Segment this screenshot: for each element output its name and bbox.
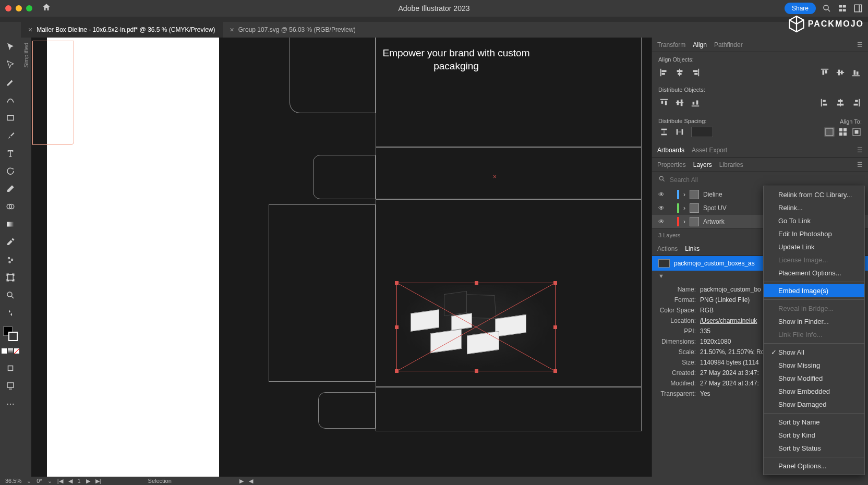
align-bottom-icon[interactable] (850, 67, 862, 78)
nav-arrow-icon[interactable]: ▶ (239, 478, 244, 484)
align-vcenter-icon[interactable] (835, 67, 846, 78)
handle-br[interactable] (553, 369, 557, 373)
handle-mr[interactable] (553, 325, 557, 329)
gradient-tool[interactable] (4, 218, 17, 231)
canvas[interactable]: Empower your brand with custompacakging … (31, 38, 652, 477)
distribute-hcenter-icon[interactable] (835, 97, 846, 108)
context-menu-item[interactable]: Sort by Status (764, 442, 864, 455)
align-left-icon[interactable] (658, 67, 670, 78)
eraser-tool[interactable] (4, 183, 17, 195)
document-tab-1[interactable]: × Group 107.svg @ 56.03 % (RGB/Preview) (223, 22, 363, 38)
type-tool[interactable] (4, 147, 17, 160)
tab-properties[interactable]: Properties (657, 161, 686, 168)
context-menu-item[interactable]: Update Link (764, 240, 864, 253)
context-menu-item[interactable]: Show in Finder... (764, 315, 864, 328)
align-to-artboard-icon[interactable] (824, 127, 835, 137)
visibility-icon[interactable]: 👁 (658, 204, 665, 212)
selection-tool[interactable] (4, 41, 17, 53)
tab-layers[interactable]: Layers (693, 161, 712, 168)
none-swatch[interactable] (14, 348, 19, 354)
context-menu-item[interactable]: Relink from CC Library... (764, 188, 864, 201)
layers-search-input[interactable] (670, 176, 862, 184)
visibility-icon[interactable]: 👁 (658, 191, 665, 198)
shape-builder-tool[interactable] (4, 200, 17, 213)
align-to-selection-icon[interactable] (838, 127, 848, 137)
simplified-panel-strip[interactable]: Simplified (21, 38, 31, 477)
tab-align[interactable]: Align (693, 41, 707, 48)
context-menu-item[interactable]: ✓Show All (764, 346, 864, 359)
close-tab-icon[interactable]: × (28, 26, 32, 34)
context-menu-item[interactable]: Show Damaged (764, 398, 864, 411)
handle-bc[interactable] (475, 369, 478, 373)
close-tab-icon[interactable]: × (230, 26, 234, 34)
paintbrush-tool[interactable] (4, 129, 17, 142)
context-menu-item[interactable]: Placement Options... (764, 266, 864, 280)
distribute-bottom-icon[interactable] (690, 97, 701, 108)
chevron-down-icon[interactable]: ⌄ (27, 478, 31, 484)
zoom-tool[interactable] (4, 289, 17, 301)
align-to-key-icon[interactable] (851, 127, 862, 137)
spacing-input[interactable] (691, 127, 713, 137)
nav-last-icon[interactable]: ▶| (95, 478, 101, 484)
distribute-vcenter-icon[interactable] (674, 97, 685, 108)
panel-menu-icon[interactable]: ☰ (857, 147, 863, 154)
expand-icon[interactable]: › (683, 204, 685, 212)
nav-prev-icon[interactable]: ◀ (68, 478, 73, 484)
tab-asset-export[interactable]: Asset Export (692, 147, 727, 154)
share-button[interactable]: Share (785, 3, 816, 14)
context-menu-item[interactable]: Sort by Kind (764, 429, 864, 442)
panel-menu-icon[interactable]: ☰ (857, 161, 863, 168)
symbol-sprayer-tool[interactable] (4, 253, 17, 266)
expand-icon[interactable]: › (683, 218, 685, 225)
search-icon[interactable] (822, 4, 831, 13)
fill-stroke-indicator[interactable] (3, 326, 18, 341)
context-menu-item[interactable]: Show Embedded (764, 385, 864, 398)
rectangle-tool[interactable] (4, 112, 17, 124)
minimize-window-button[interactable] (16, 5, 22, 11)
distribute-left-icon[interactable] (819, 97, 830, 108)
handle-tc[interactable] (475, 281, 478, 285)
close-window-button[interactable] (5, 5, 11, 11)
context-menu-item[interactable]: Panel Options... (764, 459, 864, 472)
zoom-level[interactable]: 36.5% (5, 478, 21, 484)
nav-first-icon[interactable]: |◀ (57, 478, 63, 484)
distribute-spacing-h-icon[interactable] (674, 126, 685, 138)
curvature-tool[interactable] (4, 94, 17, 106)
align-hcenter-icon[interactable] (674, 67, 685, 78)
context-menu-item[interactable]: Go To Link (764, 214, 864, 227)
document-tab-0[interactable]: × Mailer Box Dieline - 10x6.5x2-in.pdf* … (21, 22, 223, 38)
handle-tr[interactable] (553, 281, 557, 285)
handle-tl[interactable] (395, 281, 399, 285)
pen-tool[interactable] (4, 76, 17, 89)
nav-arrow-icon[interactable]: ◀ (249, 478, 253, 484)
rotate-tool[interactable] (4, 165, 17, 177)
rotation-value[interactable]: 0° (37, 478, 42, 484)
context-menu-item[interactable]: Embed Image(s) (764, 284, 864, 297)
context-menu-item[interactable]: Sort by Name (764, 416, 864, 429)
workspace-icon[interactable] (853, 4, 863, 13)
toggle-fill-stroke-icon[interactable] (4, 307, 17, 319)
align-top-icon[interactable] (819, 67, 830, 78)
draw-mode-icon[interactable] (4, 362, 17, 374)
handle-bl[interactable] (395, 369, 399, 373)
context-menu-item[interactable]: Edit In Photoshop (764, 227, 864, 240)
direct-selection-tool[interactable] (4, 58, 17, 71)
panel-menu-icon[interactable]: ☰ (857, 41, 863, 48)
maximize-window-button[interactable] (26, 5, 32, 11)
tab-actions[interactable]: Actions (657, 245, 678, 252)
context-menu-item[interactable]: Show Missing (764, 359, 864, 372)
home-icon[interactable] (42, 3, 51, 14)
tab-libraries[interactable]: Libraries (719, 161, 743, 168)
chevron-down-icon[interactable]: ⌄ (47, 478, 52, 484)
distribute-top-icon[interactable] (658, 97, 670, 108)
tab-transform[interactable]: Transform (657, 41, 685, 48)
arrange-icon[interactable] (838, 4, 847, 13)
eyedropper-tool[interactable] (4, 236, 17, 248)
handle-ml[interactable] (395, 325, 399, 329)
expand-icon[interactable]: › (683, 191, 685, 198)
context-menu-item[interactable]: Show Modified (764, 372, 864, 385)
distribute-spacing-v-icon[interactable] (658, 126, 670, 138)
artboard-tool[interactable] (4, 271, 17, 284)
align-right-icon[interactable] (690, 67, 701, 78)
artboard-number[interactable]: 1 (78, 478, 81, 484)
